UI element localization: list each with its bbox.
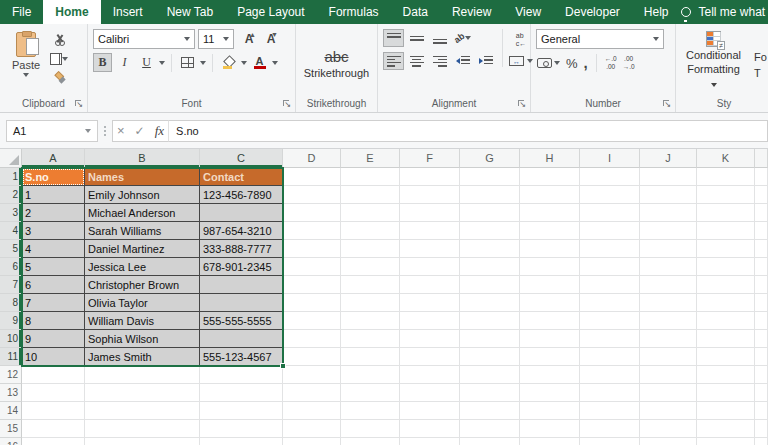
cell-K9[interactable] <box>697 312 755 330</box>
cell-I13[interactable] <box>580 384 640 402</box>
cell-A16[interactable] <box>22 438 85 445</box>
cell-H10[interactable] <box>520 330 580 348</box>
cell-C11[interactable]: 555-123-4567 <box>200 348 283 366</box>
row-header-8[interactable]: 8 <box>0 294 22 312</box>
cell-B12[interactable] <box>85 366 200 384</box>
align-left-button[interactable] <box>383 52 404 70</box>
cell-E12[interactable] <box>341 366 400 384</box>
cell-J7[interactable] <box>640 276 697 294</box>
cell-partial-10[interactable] <box>755 330 768 348</box>
cell-partial-11[interactable] <box>755 348 768 366</box>
cell-A10[interactable]: 9 <box>22 330 85 348</box>
increase-indent-button[interactable] <box>475 52 496 70</box>
cell-H12[interactable] <box>520 366 580 384</box>
cell-D16[interactable] <box>283 438 341 445</box>
bold-button[interactable]: B <box>93 53 112 72</box>
cell-C2[interactable]: 123-456-7890 <box>200 186 283 204</box>
row-header-14[interactable]: 14 <box>0 402 22 420</box>
cell-E7[interactable] <box>341 276 400 294</box>
cell-K16[interactable] <box>697 438 755 445</box>
cancel-button[interactable]: × <box>117 123 125 138</box>
column-header-F[interactable]: F <box>400 149 460 168</box>
conditional-formatting-button[interactable]: ≠ Conditional Formatting <box>681 29 746 92</box>
cell-J13[interactable] <box>640 384 697 402</box>
cell-K6[interactable] <box>697 258 755 276</box>
cell-partial-16[interactable] <box>755 438 768 445</box>
cell-A2[interactable]: 1 <box>22 186 85 204</box>
cell-C12[interactable] <box>200 366 283 384</box>
alignment-dialog-launcher[interactable]: ↘ <box>517 99 528 110</box>
cell-partial-13[interactable] <box>755 384 768 402</box>
cell-E8[interactable] <box>341 294 400 312</box>
cell-D5[interactable] <box>283 240 341 258</box>
cell-E3[interactable] <box>341 204 400 222</box>
cell-G6[interactable] <box>460 258 520 276</box>
align-center-button[interactable] <box>406 52 427 70</box>
cell-partial-6[interactable] <box>755 258 768 276</box>
cell-H4[interactable] <box>520 222 580 240</box>
borders-caret[interactable] <box>200 61 206 65</box>
cell-I9[interactable] <box>580 312 640 330</box>
row-header-4[interactable]: 4 <box>0 222 22 240</box>
cell-E5[interactable] <box>341 240 400 258</box>
cell-K2[interactable] <box>697 186 755 204</box>
cell-H1[interactable] <box>520 168 580 186</box>
cell-K12[interactable] <box>697 366 755 384</box>
cell-B1[interactable]: Names <box>85 168 200 186</box>
cell-J6[interactable] <box>640 258 697 276</box>
cell-G12[interactable] <box>460 366 520 384</box>
cell-K1[interactable] <box>697 168 755 186</box>
cell-B7[interactable]: Christopher Brown <box>85 276 200 294</box>
cell-K11[interactable] <box>697 348 755 366</box>
cell-B4[interactable]: Sarah Williams <box>85 222 200 240</box>
fill-color-button[interactable] <box>219 53 238 72</box>
ribbon-tab-developer[interactable]: Developer <box>553 0 632 24</box>
cell-I4[interactable] <box>580 222 640 240</box>
align-bottom-button[interactable] <box>429 29 450 47</box>
cell-D10[interactable] <box>283 330 341 348</box>
enter-button[interactable]: ✓ <box>135 124 145 138</box>
cell-I10[interactable] <box>580 330 640 348</box>
cell-C3[interactable] <box>200 204 283 222</box>
cell-partial-9[interactable] <box>755 312 768 330</box>
row-header-12[interactable]: 12 <box>0 366 22 384</box>
cell-I6[interactable] <box>580 258 640 276</box>
cell-D14[interactable] <box>283 402 341 420</box>
cell-C9[interactable]: 555-555-5555 <box>200 312 283 330</box>
column-header-G[interactable]: G <box>460 149 520 168</box>
insert-function-button[interactable]: fx <box>155 123 164 139</box>
cell-A5[interactable]: 4 <box>22 240 85 258</box>
cell-A4[interactable]: 3 <box>22 222 85 240</box>
row-header-11[interactable]: 11 <box>0 348 22 366</box>
cell-B3[interactable]: Michael Anderson <box>85 204 200 222</box>
cell-F1[interactable] <box>400 168 460 186</box>
cell-D11[interactable] <box>283 348 341 366</box>
cell-partial-5[interactable] <box>755 240 768 258</box>
cell-C14[interactable] <box>200 402 283 420</box>
percent-style-button[interactable]: % <box>565 55 579 72</box>
cell-partial-8[interactable] <box>755 294 768 312</box>
cell-C8[interactable] <box>200 294 283 312</box>
column-header-J[interactable]: J <box>640 149 697 168</box>
clipboard-dialog-launcher[interactable]: ↘ <box>74 99 85 110</box>
formula-bar-handle[interactable] <box>98 126 112 136</box>
cell-J4[interactable] <box>640 222 697 240</box>
cell-H2[interactable] <box>520 186 580 204</box>
cell-partial-15[interactable] <box>755 420 768 438</box>
format-as-table-button[interactable]: Fo T <box>754 29 767 81</box>
decrease-decimal-button[interactable]: .00 →.0 <box>622 54 636 72</box>
column-header-partial[interactable] <box>755 149 768 168</box>
cell-E10[interactable] <box>341 330 400 348</box>
row-header-9[interactable]: 9 <box>0 312 22 330</box>
ribbon-tab-page-layout[interactable]: Page Layout <box>225 0 316 24</box>
cell-F4[interactable] <box>400 222 460 240</box>
cell-K7[interactable] <box>697 276 755 294</box>
cell-F15[interactable] <box>400 420 460 438</box>
cell-C6[interactable]: 678-901-2345 <box>200 258 283 276</box>
underline-caret[interactable] <box>159 61 165 65</box>
row-header-2[interactable]: 2 <box>0 186 22 204</box>
cell-G10[interactable] <box>460 330 520 348</box>
cell-I1[interactable] <box>580 168 640 186</box>
cell-D2[interactable] <box>283 186 341 204</box>
cell-A1[interactable]: S.no <box>22 168 85 186</box>
